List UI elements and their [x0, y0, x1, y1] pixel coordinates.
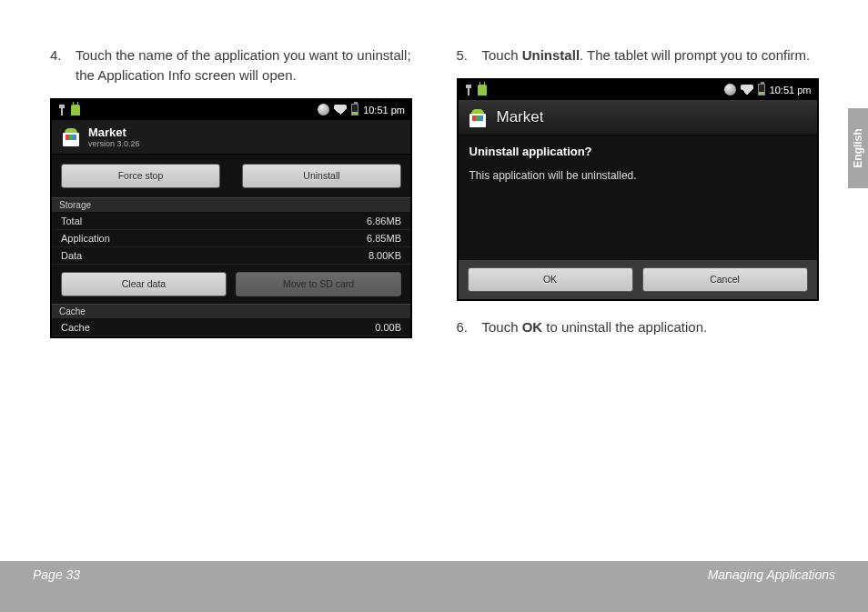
row-value: 6.86MB [367, 216, 401, 226]
step-text-b: . The tablet will prompt you to confirm. [580, 47, 810, 63]
right-column: 5. Touch Uninstall. The tablet will prom… [457, 45, 838, 350]
usb-icon [464, 85, 472, 95]
globe-icon [724, 84, 736, 95]
row-value: 6.85MB [367, 233, 401, 244]
step-text-bold: Uninstall [522, 47, 580, 63]
step-4: 4. Touch the name of the application you… [50, 45, 431, 85]
page-footer: Page 33 Managing Applications [0, 561, 868, 588]
app-info-header: Market version 3.0.26 [52, 120, 410, 155]
usb-icon [57, 105, 66, 115]
step-5: 5. Touch Uninstall. The tablet will prom… [457, 45, 838, 65]
android-icon [478, 85, 487, 95]
screenshot-app-info: 10:51 pm Market version 3.0.26 Force sto… [50, 98, 412, 338]
spacer [457, 301, 838, 317]
step-text-b: to uninstall the application. [542, 319, 707, 335]
battery-icon [758, 84, 765, 95]
status-right: 10:51 pm [318, 104, 405, 115]
status-time: 10:51 pm [770, 85, 812, 95]
clear-data-button[interactable]: Clear data [61, 272, 227, 296]
content-columns: 4. Touch the name of the application you… [0, 0, 868, 350]
step-text: Touch OK to uninstall the application. [482, 317, 838, 337]
cancel-button[interactable]: Cancel [642, 267, 808, 292]
wifi-icon [741, 85, 753, 95]
step-text: Touch the name of the application you wa… [76, 45, 431, 85]
uninstall-button[interactable]: Uninstall [242, 164, 401, 188]
ok-button[interactable]: OK [468, 267, 633, 292]
dialog-title: Market [497, 108, 544, 126]
move-to-sd-button[interactable]: Move to SD card [236, 272, 401, 296]
page-number: Page 33 [33, 567, 80, 582]
step-number: 5. [457, 45, 482, 65]
dialog-actions: OK Cancel [459, 260, 817, 299]
row-value: 0.00B [375, 322, 401, 333]
screenshot-uninstall-dialog: 10:51 pm Market Uninstall application? T… [457, 78, 819, 301]
row-value: 8.00KB [368, 250, 401, 261]
status-bar: 10:51 pm [52, 100, 410, 120]
row-label: Cache [61, 322, 90, 333]
footer-extension [0, 588, 868, 612]
app-version: version 3.0.26 [88, 139, 140, 148]
step-text-a: Touch [482, 47, 522, 63]
battery-icon [351, 104, 358, 115]
row-label: Total [61, 216, 82, 226]
step-number: 4. [50, 45, 76, 85]
status-bar: 10:51 pm [459, 80, 817, 100]
document-page: 4. Touch the name of the application you… [0, 0, 868, 612]
wifi-icon [334, 105, 347, 115]
cache-section-header: Cache [52, 304, 410, 319]
force-stop-button[interactable]: Force stop [61, 164, 220, 188]
dialog-body: This application will be uninstalled. [459, 164, 817, 260]
language-label: English [852, 128, 864, 167]
section-title: Managing Applications [708, 567, 835, 582]
step-text-bold: OK [522, 319, 543, 335]
storage-application-row: Application 6.85MB [52, 230, 410, 247]
android-icon [71, 105, 80, 115]
storage-total-row: Total 6.86MB [52, 213, 410, 230]
status-left [464, 85, 487, 95]
market-bag-icon [468, 107, 488, 127]
language-tab[interactable]: English [848, 108, 868, 188]
row-label: Application [61, 233, 110, 244]
storage-buttons-row: Clear data Move to SD card [52, 265, 410, 304]
globe-icon [318, 104, 329, 115]
step-text-a: Touch [482, 319, 522, 335]
status-left [57, 105, 80, 115]
row-label: Data [61, 250, 82, 261]
action-button-row: Force stop Uninstall [52, 155, 410, 197]
app-name: Market [88, 125, 140, 139]
dialog-header: Market [459, 100, 817, 135]
status-time: 10:51 pm [363, 105, 405, 115]
left-column: 4. Touch the name of the application you… [50, 45, 431, 350]
storage-section-header: Storage [52, 197, 410, 213]
dialog-question: Uninstall application? [459, 135, 817, 164]
step-text: Touch Uninstall. The tablet will prompt … [482, 45, 838, 65]
step-number: 6. [457, 317, 482, 337]
step-6: 6. Touch OK to uninstall the application… [457, 317, 838, 337]
market-bag-icon [61, 126, 81, 146]
cache-row: Cache 0.00B [52, 319, 410, 336]
app-name-block: Market version 3.0.26 [88, 125, 140, 148]
storage-data-row: Data 8.00KB [52, 247, 410, 265]
status-right: 10:51 pm [724, 84, 812, 95]
